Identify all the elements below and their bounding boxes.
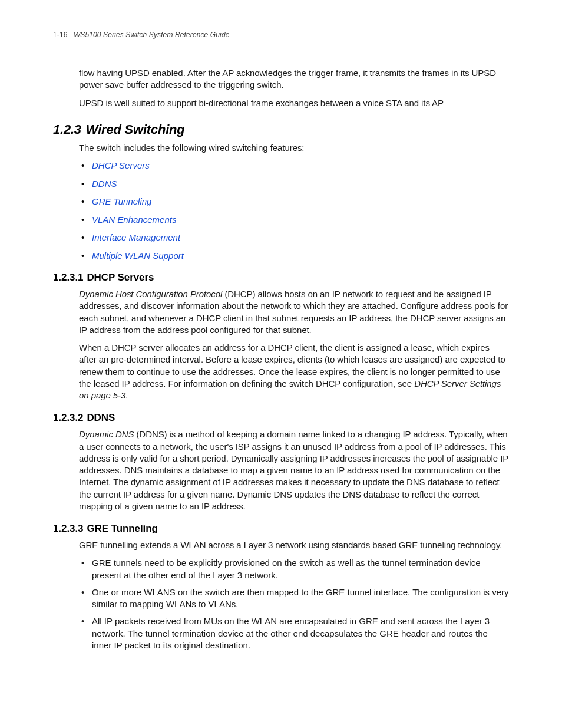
list-item: VLAN Enhancements xyxy=(79,214,509,226)
paragraph: Dynamic Host Configuration Protocol (DHC… xyxy=(79,288,509,336)
term: Dynamic DNS xyxy=(79,429,134,439)
paragraph: flow having UPSD enabled. After the AP a… xyxy=(79,67,509,91)
paragraph: UPSD is well suited to support bi-direct… xyxy=(79,97,509,109)
paragraph: Dynamic DNS (DDNS) is a method of keepin… xyxy=(79,429,509,512)
list-item: All IP packets received from MUs on the … xyxy=(79,615,509,651)
running-header: 1-16 WS5100 Series Switch System Referen… xyxy=(53,31,509,39)
link-interface-management[interactable]: Interface Management xyxy=(92,232,180,242)
subsection-heading-dhcp-servers: 1.2.3.1DHCP Servers xyxy=(53,272,509,284)
text: (DDNS) is a method of keeping a domain n… xyxy=(79,429,508,511)
text: . xyxy=(125,390,128,400)
section-number: 1.2.3 xyxy=(53,122,81,137)
subsection-body: Dynamic DNS (DDNS) is a method of keepin… xyxy=(79,429,509,512)
subsection-heading-gre-tunneling: 1.2.3.3GRE Tunneling xyxy=(53,523,509,535)
subsection-number: 1.2.3.3 xyxy=(53,523,83,534)
subsection-number: 1.2.3.1 xyxy=(53,272,83,283)
doc-title: WS5100 Series Switch System Reference Gu… xyxy=(74,31,230,39)
list-item: Multiple WLAN Support xyxy=(79,250,509,262)
subsection-body: Dynamic Host Configuration Protocol (DHC… xyxy=(79,288,509,401)
list-item: GRE tunnels need to be explicitly provis… xyxy=(79,557,509,581)
list-item: Interface Management xyxy=(79,232,509,243)
feature-link-list: DHCP Servers DDNS GRE Tunneling VLAN Enh… xyxy=(79,160,509,261)
list-item: DHCP Servers xyxy=(79,160,509,172)
paragraph: When a DHCP server allocates an address … xyxy=(79,342,509,401)
list-item: GRE Tunneling xyxy=(79,196,509,207)
continuation-block: flow having UPSD enabled. After the AP a… xyxy=(79,67,509,109)
link-ddns[interactable]: DDNS xyxy=(92,179,117,189)
page-number: 1-16 xyxy=(53,31,68,39)
link-multiple-wlan-support[interactable]: Multiple WLAN Support xyxy=(92,251,184,261)
subsection-title: DDNS xyxy=(87,412,115,423)
paragraph: The switch includes the following wired … xyxy=(79,142,509,154)
list-item: One or more WLANS on the switch are then… xyxy=(79,587,509,611)
section-body: The switch includes the following wired … xyxy=(79,142,509,261)
term: Dynamic Host Configuration Protocol xyxy=(79,289,222,299)
subsection-number: 1.2.3.2 xyxy=(53,412,83,423)
link-vlan-enhancements[interactable]: VLAN Enhancements xyxy=(92,215,176,225)
subsection-title: GRE Tunneling xyxy=(87,523,157,534)
link-dhcp-servers[interactable]: DHCP Servers xyxy=(92,160,150,170)
subsection-title: DHCP Servers xyxy=(87,272,154,283)
section-heading-wired-switching: 1.2.3Wired Switching xyxy=(53,122,509,137)
subsection-body: GRE tunnelling extends a WLAN across a L… xyxy=(79,539,509,651)
page: 1-16 WS5100 Series Switch System Referen… xyxy=(0,0,562,692)
bullet-list: GRE tunnels need to be explicitly provis… xyxy=(79,557,509,651)
paragraph: GRE tunnelling extends a WLAN across a L… xyxy=(79,539,509,551)
list-item: DDNS xyxy=(79,178,509,190)
link-gre-tunneling[interactable]: GRE Tunneling xyxy=(92,196,151,206)
section-title: Wired Switching xyxy=(86,122,185,137)
subsection-heading-ddns: 1.2.3.2DDNS xyxy=(53,412,509,424)
